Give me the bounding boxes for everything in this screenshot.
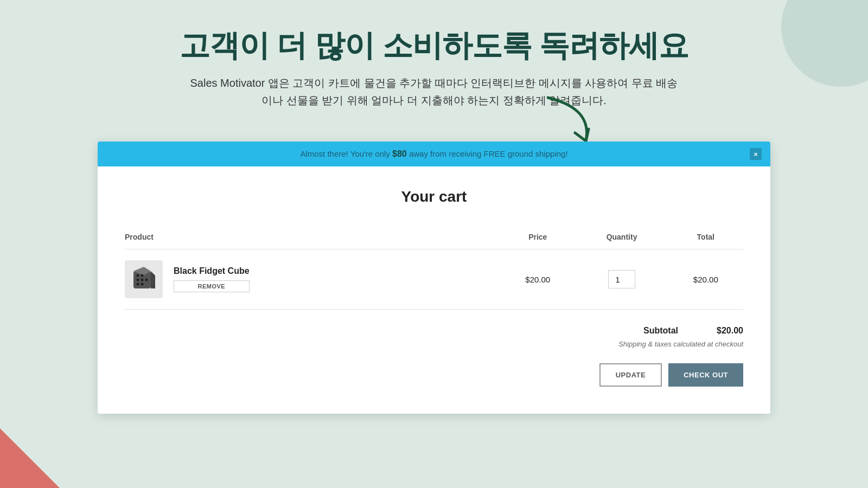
column-price: Price [500, 227, 575, 249]
subtotal-row: Subtotal $20.00 [643, 326, 743, 336]
column-total: Total [668, 227, 743, 249]
promotion-banner: Almost there! You're only $80 away from … [98, 142, 770, 166]
subtotal-label: Subtotal [643, 326, 678, 336]
column-product: Product [125, 227, 500, 249]
arrow-decoration [537, 92, 602, 146]
shipping-note: Shipping & taxes calculated at checkout [618, 340, 743, 348]
item-quantity-cell [575, 249, 668, 310]
table-row: Black Fidget Cube REMOVE $20.00 $20.00 [125, 249, 743, 310]
product-details: Black Fidget Cube REMOVE [174, 266, 250, 292]
cart-table: Product Price Quantity Total [125, 227, 743, 310]
remove-button[interactable]: REMOVE [174, 280, 250, 292]
product-image [125, 260, 163, 298]
svg-point-9 [145, 278, 148, 281]
action-buttons: UPDATE CHECK OUT [599, 363, 743, 387]
banner-highlight: $80 [392, 149, 407, 158]
banner-text: Almost there! You're only $80 away from … [300, 149, 567, 159]
quantity-input[interactable] [608, 270, 635, 288]
cart-widget: Almost there! You're only $80 away from … [98, 142, 770, 414]
cart-title: Your cart [125, 188, 743, 206]
svg-marker-2 [151, 271, 155, 288]
update-button[interactable]: UPDATE [599, 363, 662, 387]
svg-point-6 [141, 278, 143, 281]
banner-text-after: away from receiving FREE ground shipping… [407, 149, 568, 158]
page-title: 고객이 더 많이 소비하도록 독려하세요 [108, 27, 760, 63]
banner-close-button[interactable]: × [750, 148, 762, 160]
svg-point-7 [136, 282, 139, 285]
svg-point-5 [136, 278, 139, 281]
checkout-button[interactable]: CHECK OUT [668, 363, 743, 387]
product-image-svg [129, 265, 159, 294]
subtotal-section: Subtotal $20.00 Shipping & taxes calcula… [125, 326, 743, 387]
subtotal-amount: $20.00 [700, 326, 743, 336]
product-name: Black Fidget Cube [174, 266, 250, 276]
decorative-triangle [0, 428, 60, 488]
svg-point-3 [136, 274, 139, 277]
arrow-icon [537, 92, 602, 146]
product-info-container: Black Fidget Cube REMOVE [125, 260, 500, 298]
header-section: 고객이 더 많이 소비하도록 독려하세요 Sales Motivator 앱은 … [0, 0, 868, 142]
page-subtitle: Sales Motivator 앱은 고객이 카트에 물건을 추가할 때마다 인… [190, 74, 678, 109]
item-total: $20.00 [668, 249, 743, 310]
table-header-row: Product Price Quantity Total [125, 227, 743, 249]
cart-body: Your cart Product Price Quantity Total [98, 166, 770, 414]
svg-point-4 [141, 274, 143, 277]
banner-text-before: Almost there! You're only [300, 149, 392, 158]
product-cell: Black Fidget Cube REMOVE [125, 249, 500, 310]
svg-point-8 [141, 282, 143, 285]
column-quantity: Quantity [575, 227, 668, 249]
item-price: $20.00 [500, 249, 575, 310]
